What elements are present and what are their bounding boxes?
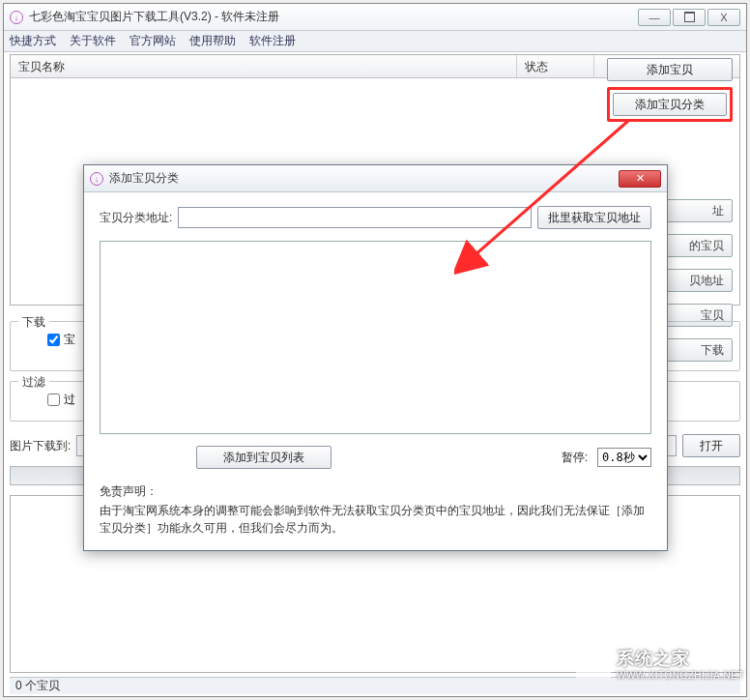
- status-text: 0 个宝贝: [15, 678, 60, 694]
- open-button[interactable]: 打开: [682, 434, 740, 457]
- download-legend: 下载: [18, 314, 49, 331]
- pause-select[interactable]: 0.8秒: [597, 448, 651, 467]
- col-name[interactable]: 宝贝名称: [11, 55, 517, 77]
- window-title: 七彩色淘宝宝贝图片下载工具(V3.2) - 软件未注册: [29, 9, 638, 25]
- watermark-logo-icon: [576, 650, 611, 679]
- url-label: 宝贝分类地址:: [100, 210, 172, 226]
- url-row: 宝贝分类地址: 批里获取宝贝地址: [100, 206, 651, 229]
- action-row: 添加到宝贝列表 暂停: 0.8秒: [100, 446, 651, 469]
- menu-register[interactable]: 软件注册: [249, 33, 296, 49]
- menu-shortcut[interactable]: 快捷方式: [10, 33, 56, 49]
- download-checkbox-input[interactable]: [47, 334, 60, 346]
- filter-checkbox-label: 过: [64, 392, 75, 408]
- dialog-close-button[interactable]: ✕: [619, 170, 661, 188]
- add-to-list-button[interactable]: 添加到宝贝列表: [196, 446, 332, 469]
- dialog-body: 宝贝分类地址: 批里获取宝贝地址 添加到宝贝列表 暂停: 0.8秒 免责声明： …: [84, 192, 667, 550]
- menubar: 快捷方式 关于软件 官方网站 使用帮助 软件注册: [4, 31, 746, 52]
- dialog-icon: ↓: [90, 172, 103, 186]
- batch-fetch-button[interactable]: 批里获取宝贝地址: [537, 206, 651, 229]
- highlight-annotation: 添加宝贝分类: [607, 87, 733, 122]
- col-status[interactable]: 状态: [517, 55, 594, 77]
- app-icon: ↓: [10, 11, 23, 24]
- result-list[interactable]: [100, 241, 651, 434]
- watermark-name: 系统之家: [617, 647, 744, 670]
- disclaimer-heading: 免责声明：: [100, 482, 651, 500]
- download-path-label: 图片下载到:: [10, 438, 71, 454]
- dialog-titlebar: ↓ 添加宝贝分类 ✕: [84, 165, 667, 192]
- pause-label: 暂停:: [562, 450, 588, 466]
- watermark-url: WWW.XITONGZHIJIA.NET: [617, 670, 744, 681]
- titlebar: ↓ 七彩色淘宝宝贝图片下载工具(V3.2) - 软件未注册 — X: [4, 4, 746, 31]
- filter-legend: 过滤: [18, 374, 49, 391]
- menu-help[interactable]: 使用帮助: [189, 33, 236, 49]
- add-category-dialog: ↓ 添加宝贝分类 ✕ 宝贝分类地址: 批里获取宝贝地址 添加到宝贝列表 暂停: …: [83, 164, 668, 551]
- category-url-input[interactable]: [178, 207, 532, 228]
- watermark-text: 系统之家 WWW.XITONGZHIJIA.NET: [617, 647, 744, 681]
- menu-about[interactable]: 关于软件: [70, 33, 116, 49]
- window-controls: — X: [638, 9, 740, 26]
- disclaimer: 免责声明： 由于淘宝网系统本身的调整可能会影响到软件无法获取宝贝分类页中的宝贝地…: [100, 482, 651, 537]
- watermark: 系统之家 WWW.XITONGZHIJIA.NET: [576, 647, 744, 681]
- dialog-title: 添加宝贝分类: [109, 170, 619, 187]
- add-item-button[interactable]: 添加宝贝: [607, 58, 733, 81]
- download-checkbox-label: 宝: [64, 332, 75, 348]
- minimize-button[interactable]: —: [638, 9, 671, 26]
- maximize-button[interactable]: [673, 9, 706, 26]
- menu-website[interactable]: 官方网站: [130, 33, 176, 49]
- add-category-button[interactable]: 添加宝贝分类: [613, 93, 727, 116]
- filter-checkbox-input[interactable]: [47, 394, 60, 406]
- disclaimer-body: 由于淘宝网系统本身的调整可能会影响到软件无法获取宝贝分类页中的宝贝地址，因此我们…: [100, 504, 645, 535]
- close-button[interactable]: X: [707, 9, 740, 26]
- sidebar-buttons: 添加宝贝 添加宝贝分类: [607, 58, 733, 122]
